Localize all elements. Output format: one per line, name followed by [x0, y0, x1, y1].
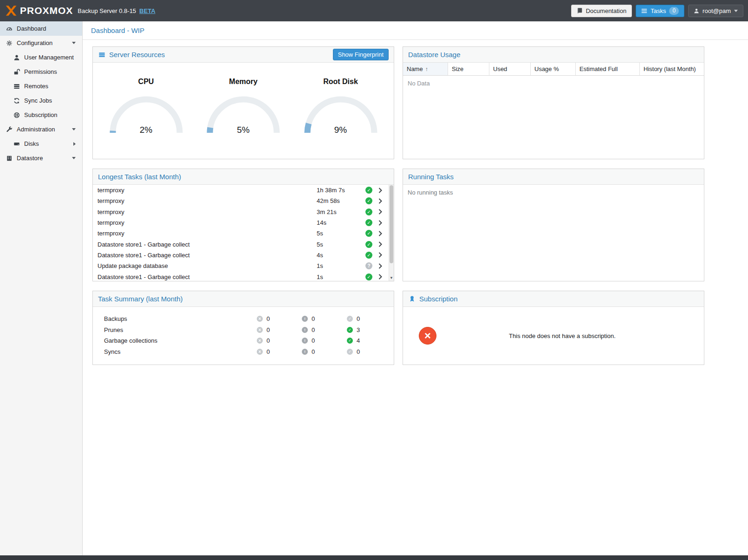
- chevron-down-icon[interactable]: [72, 157, 76, 159]
- subscription-body: × This node does not have a subscription…: [403, 307, 704, 365]
- task-row[interactable]: termproxy 5s: [93, 228, 388, 239]
- documentation-label: Documentation: [586, 7, 626, 14]
- sidebar-item-user-management[interactable]: User Management: [0, 50, 82, 65]
- chevron-right-icon[interactable]: [372, 188, 388, 193]
- sidebar-item-administration[interactable]: Administration: [0, 122, 82, 137]
- subscription-ribbon-icon: [408, 295, 416, 303]
- sidebar: Dashboard Configuration User Management …: [0, 21, 83, 555]
- sidebar-item-configuration[interactable]: Configuration: [0, 36, 82, 50]
- chevron-down-icon: [734, 10, 738, 12]
- sidebar-item-permissions[interactable]: Permissions: [0, 65, 82, 79]
- task-name: termproxy: [98, 197, 317, 204]
- ok-count: 0: [357, 315, 360, 322]
- documentation-button[interactable]: Documentation: [571, 5, 632, 17]
- ok-count: 4: [357, 337, 360, 344]
- book-icon: [577, 7, 583, 14]
- chevron-right-icon[interactable]: [372, 241, 388, 247]
- scrollbar-thumb[interactable]: [390, 185, 393, 263]
- task-row[interactable]: Update package database 1s: [93, 260, 388, 271]
- gauge-label: Root Disk: [297, 78, 385, 86]
- chevron-right-icon[interactable]: [372, 263, 388, 269]
- warning-count: 0: [312, 326, 315, 333]
- column-header-estimated-full[interactable]: Estimated Full: [576, 63, 640, 75]
- chevron-right-icon[interactable]: [372, 231, 388, 236]
- task-row[interactable]: termproxy 14s: [93, 217, 388, 228]
- warning-icon: [302, 338, 308, 344]
- task-status-icon: [365, 241, 372, 248]
- column-header-size[interactable]: Size: [448, 63, 489, 75]
- ok-count: 0: [357, 348, 360, 355]
- scroll-down-button[interactable]: ▼: [389, 275, 394, 280]
- product-version: Backup Server 0.8-15: [78, 7, 136, 14]
- sidebar-item-subscription[interactable]: Subscription: [0, 108, 82, 122]
- chevron-down-icon[interactable]: [72, 42, 76, 44]
- sidebar-item-dashboard[interactable]: Dashboard: [0, 21, 82, 36]
- gauge-value: 2%: [107, 125, 186, 135]
- warning-icon: [302, 327, 308, 333]
- show-fingerprint-button[interactable]: Show Fingerprint: [333, 49, 389, 60]
- column-header-usage-pct[interactable]: Usage %: [531, 63, 576, 75]
- task-name: termproxy: [98, 208, 317, 215]
- ok-icon: [347, 349, 353, 355]
- column-header-used[interactable]: Used: [489, 63, 531, 75]
- sidebar-item-datastore[interactable]: Datastore: [0, 151, 82, 165]
- column-header-name[interactable]: Name ↑: [403, 63, 448, 75]
- sidebar-item-label: Remotes: [24, 83, 48, 90]
- chevron-right-icon[interactable]: [372, 209, 388, 215]
- error-count: 0: [267, 326, 270, 333]
- task-summary-panel: Task Summary (last Month) Backups 0 0 0 …: [92, 291, 394, 365]
- chevron-down-icon[interactable]: [72, 128, 76, 130]
- beta-link[interactable]: BETA: [139, 7, 155, 14]
- sidebar-item-remotes[interactable]: Remotes: [0, 79, 82, 93]
- task-row[interactable]: termproxy 3m 21s: [93, 207, 388, 217]
- datastore-usage-body: Name ↑ Size Used Usage % Estimated Full …: [403, 63, 704, 159]
- sort-ascending-icon: ↑: [425, 66, 428, 72]
- panel-title: Datastore Usage: [408, 51, 461, 59]
- topbar-actions: Documentation Tasks 0 root@pam: [571, 5, 743, 17]
- task-status-icon: [365, 187, 372, 194]
- task-duration: 1s: [317, 273, 365, 280]
- task-row[interactable]: Datastore store1 - Garbage collect 1s: [93, 271, 388, 281]
- sidebar-item-disks[interactable]: Disks: [0, 137, 82, 151]
- chevron-right-icon[interactable]: [372, 220, 388, 226]
- task-row[interactable]: termproxy 1h 38m 7s: [93, 185, 388, 195]
- task-name: Datastore store1 - Garbage collect: [98, 252, 317, 259]
- chevron-right-icon[interactable]: [372, 252, 388, 258]
- ok-icon: [347, 316, 353, 322]
- sidebar-item-label: Administration: [17, 126, 55, 133]
- error-icon: [257, 338, 263, 344]
- brand-wordmark: PROXMOX: [20, 5, 73, 16]
- tasks-button[interactable]: Tasks 0: [636, 5, 684, 17]
- summary-row-garbage-collections: Garbage collections 0 0 4: [104, 335, 394, 346]
- gauge-label: Memory: [199, 78, 287, 86]
- sidebar-item-label: Dashboard: [17, 25, 46, 32]
- panel-title: Longest Tasks (last Month): [98, 173, 181, 181]
- task-row[interactable]: termproxy 42m 58s: [93, 195, 388, 206]
- root-disk-gauge: Root Disk 9%: [297, 63, 385, 159]
- dashboard-icon: [6, 25, 13, 32]
- error-icon: [257, 327, 263, 333]
- task-summary-header: Task Summary (last Month): [93, 291, 394, 307]
- chevron-right-icon[interactable]: [372, 274, 388, 280]
- user-menu-button[interactable]: root@pam: [688, 5, 743, 17]
- unlock-icon: [13, 68, 20, 75]
- task-status-icon: [365, 262, 372, 269]
- column-header-history[interactable]: History (last Month): [640, 63, 704, 75]
- scrollbar[interactable]: ▼: [389, 185, 394, 281]
- datastore-usage-panel: Datastore Usage Name ↑ Size Used Usage %…: [403, 46, 704, 159]
- task-status-icon: [365, 208, 372, 215]
- task-name: Datastore store1 - Garbage collect: [98, 273, 317, 280]
- server-resources-body: CPU 2% Memory 5%: [93, 63, 394, 159]
- gear-icon: [6, 39, 13, 46]
- gauge-value: 9%: [301, 125, 380, 135]
- task-duration: 5s: [317, 241, 365, 248]
- task-row[interactable]: Datastore store1 - Garbage collect 4s: [93, 250, 388, 260]
- sidebar-item-sync-jobs[interactable]: Sync Jobs: [0, 93, 82, 108]
- chevron-right-icon[interactable]: [372, 198, 388, 204]
- task-name: Datastore store1 - Garbage collect: [98, 241, 317, 248]
- panel-title: Running Tasks: [408, 173, 454, 181]
- task-row[interactable]: Datastore store1 - Garbage collect 5s: [93, 239, 388, 249]
- task-status-icon: [365, 219, 372, 226]
- task-status-icon: [365, 273, 372, 280]
- chevron-right-icon[interactable]: [73, 142, 76, 146]
